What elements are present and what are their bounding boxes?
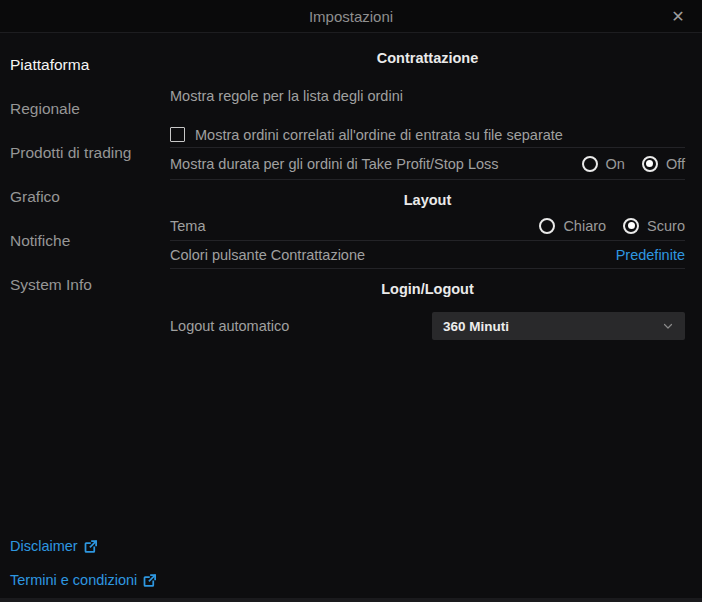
external-link-icon	[83, 539, 98, 554]
durata-radio-on[interactable]: On	[582, 156, 625, 172]
external-link-icon	[142, 573, 157, 588]
durata-radio-off[interactable]: Off	[642, 156, 685, 172]
termini-condizioni-label: Termini e condizioni	[10, 572, 137, 588]
tema-chiaro-label: Chiaro	[563, 218, 606, 234]
ordini-correlati-checkbox[interactable]	[170, 127, 185, 142]
settings-sidebar: Piattaforma Regionale Prodotti di tradin…	[0, 33, 160, 602]
sidebar-item-prodotti-di-trading[interactable]: Prodotti di trading	[0, 131, 160, 175]
colori-label: Colori pulsante Contrattazione	[170, 247, 365, 263]
durata-off-label: Off	[666, 156, 685, 172]
radio-icon	[582, 156, 598, 172]
sidebar-item-system-info[interactable]: System Info	[0, 263, 160, 307]
logout-timeout-value: 360 Minuti	[443, 319, 509, 334]
termini-condizioni-link[interactable]: Termini e condizioni	[10, 572, 157, 588]
sidebar-item-piattaforma[interactable]: Piattaforma	[0, 43, 160, 87]
durata-on-label: On	[606, 156, 625, 172]
disclaimer-label: Disclaimer	[10, 538, 78, 554]
sidebar-item-notifiche[interactable]: Notifiche	[0, 219, 160, 263]
chevron-down-icon	[662, 320, 674, 332]
tema-scuro-label: Scuro	[647, 218, 685, 234]
settings-content: Contrattazione Mostra regole per la list…	[170, 33, 685, 340]
row-logout-automatico: Logout automatico 360 Minuti	[170, 312, 685, 340]
row-mostra-regole[interactable]: Mostra regole per la lista degli ordini	[170, 86, 685, 106]
logout-label: Logout automatico	[170, 318, 289, 334]
titlebar: Impostazioni ✕	[0, 0, 702, 33]
tema-radio-group: Chiaro Scuro	[539, 218, 685, 234]
tema-radio-scuro[interactable]: Scuro	[623, 218, 685, 234]
dialog-bottom-edge	[0, 598, 702, 602]
mostra-regole-label: Mostra regole per la lista degli ordini	[170, 88, 403, 104]
durata-label: Mostra durata per gli ordini di Take Pro…	[170, 156, 499, 172]
radio-selected-icon	[642, 156, 658, 172]
close-icon[interactable]: ✕	[666, 0, 690, 33]
section-header-contrattazione: Contrattazione	[170, 48, 685, 68]
predefinite-link[interactable]: Predefinite	[616, 247, 685, 263]
durata-radio-group: On Off	[582, 156, 685, 172]
row-ordini-correlati: Mostra ordini correlati all'ordine di en…	[170, 122, 685, 148]
row-durata-tp-sl: Mostra durata per gli ordini di Take Pro…	[170, 148, 685, 180]
ordini-correlati-label: Mostra ordini correlati all'ordine di en…	[195, 127, 563, 143]
disclaimer-link[interactable]: Disclaimer	[10, 538, 98, 554]
row-colori-pulsante: Colori pulsante Contrattazione Predefini…	[170, 241, 685, 269]
sidebar-item-grafico[interactable]: Grafico	[0, 175, 160, 219]
radio-selected-icon	[623, 218, 639, 234]
tema-label: Tema	[170, 218, 205, 234]
tema-radio-chiaro[interactable]: Chiaro	[539, 218, 606, 234]
section-header-login-logout: Login/Logout	[170, 279, 685, 299]
sidebar-item-regionale[interactable]: Regionale	[0, 87, 160, 131]
logout-timeout-select[interactable]: 360 Minuti	[432, 312, 685, 340]
section-header-layout: Layout	[170, 190, 685, 210]
radio-icon	[539, 218, 555, 234]
dialog-title: Impostazioni	[0, 0, 702, 33]
row-tema: Tema Chiaro Scuro	[170, 211, 685, 241]
